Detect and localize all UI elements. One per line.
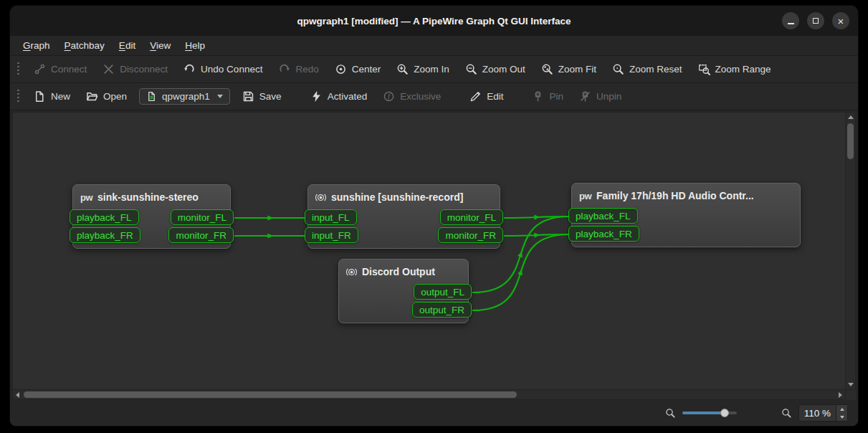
menu-view[interactable]: View <box>143 36 178 55</box>
connections-layer <box>13 113 845 389</box>
zoom-slider[interactable] <box>682 407 737 419</box>
node-header: pwFamily 17h/19h HD Audio Contr... <box>572 184 800 206</box>
node-port-row: playback_FRmonitor_FR <box>73 227 230 243</box>
statusbar: 110 % <box>10 400 858 426</box>
activated-button[interactable]: Activated <box>303 87 375 106</box>
menu-edit[interactable]: Edit <box>112 36 143 55</box>
node-port-row: output_FR <box>339 302 468 318</box>
node-port-row: playback_FR <box>572 226 800 242</box>
edit-button[interactable]: Edit <box>462 87 510 106</box>
disconnect-icon <box>102 63 115 75</box>
port-playback_FR[interactable]: playback_FR <box>70 227 140 243</box>
zoom-in-button[interactable]: Zoom In <box>389 60 457 79</box>
port-monitor_FR[interactable]: monitor_FR <box>168 227 234 243</box>
connection-arrow <box>534 215 540 220</box>
menu-graph[interactable]: Graph <box>16 36 57 55</box>
pin-icon <box>532 90 544 103</box>
center-button[interactable]: Center <box>328 60 388 79</box>
node-family-audio[interactable]: pwFamily 17h/19h HD Audio Contr...playba… <box>571 183 801 247</box>
node-port-row: playback_FLmonitor_FL <box>73 209 230 225</box>
scroll-up-icon[interactable] <box>848 115 854 119</box>
v-scrollbar[interactable] <box>846 112 856 390</box>
zoom-step-up-button[interactable] <box>836 405 847 413</box>
center-icon <box>335 63 347 75</box>
port-playback_FL[interactable]: playback_FL <box>70 209 139 225</box>
node-header: pwsink-sunshine-stereo <box>73 185 230 207</box>
toolbar-drag-handle[interactable] <box>17 62 19 77</box>
node-sunshine[interactable]: sunshine [sunshine-record]input_FLmonito… <box>307 184 500 249</box>
port-monitor_FL[interactable]: monitor_FL <box>171 209 234 225</box>
port-input_FL[interactable]: input_FL <box>305 209 357 225</box>
zoom-range-button[interactable]: Zoom Range <box>691 60 778 79</box>
v-scrollbar-thumb[interactable] <box>847 123 854 159</box>
zoom-spinbox[interactable]: 110 % <box>798 404 848 422</box>
zoom-out-button[interactable]: Zoom Out <box>458 60 533 79</box>
menubar: Graph Patchbay Edit View Help <box>10 36 858 56</box>
window-title: qpwgraph1 [modified] — A PipeWire Graph … <box>297 16 571 27</box>
zoom-spin-icon <box>781 408 791 418</box>
connection-arrow <box>267 233 273 238</box>
record-icon <box>315 192 326 203</box>
node-sink-sunshine-stereo[interactable]: pwsink-sunshine-stereoplayback_FLmonitor… <box>72 184 231 249</box>
node-discord-output[interactable]: Discord Outputoutput_FLoutput_FR <box>338 259 469 323</box>
menu-patchbay[interactable]: Patchbay <box>57 36 112 55</box>
node-header: sunshine [sunshine-record] <box>308 185 500 207</box>
port-playback_FR[interactable]: playback_FR <box>568 226 639 242</box>
menu-help[interactable]: Help <box>178 36 212 55</box>
port-playback_FL[interactable]: playback_FL <box>568 208 638 224</box>
redo-button[interactable]: Redo <box>271 60 325 79</box>
maximize-button[interactable] <box>807 12 824 29</box>
node-header: Discord Output <box>339 260 468 282</box>
pin-button[interactable]: Pin <box>525 87 571 106</box>
pipewire-icon: pw <box>80 192 92 203</box>
node-title: Discord Output <box>362 266 461 277</box>
chevron-down-icon <box>217 95 223 98</box>
port-output_FL[interactable]: output_FL <box>414 284 472 300</box>
new-button[interactable]: New <box>27 87 77 106</box>
toolbar-drag-handle[interactable] <box>17 90 19 104</box>
disconnect-button[interactable]: Disconnect <box>95 60 175 79</box>
h-scrollbar-thumb[interactable] <box>24 391 517 398</box>
close-button[interactable]: × <box>832 12 849 29</box>
save-button[interactable]: Save <box>235 87 289 106</box>
node-port-row: input_FRmonitor_FR <box>308 227 500 243</box>
node-port-row: input_FLmonitor_FL <box>308 209 500 225</box>
connection-arrow <box>518 269 523 275</box>
titlebar[interactable]: qpwgraph1 [modified] — A PipeWire Graph … <box>10 6 858 36</box>
zoom-reset-icon <box>612 63 624 75</box>
zoom-step-down-button[interactable] <box>836 413 847 421</box>
open-button[interactable]: Open <box>79 87 134 106</box>
unpin-button[interactable]: Unpin <box>572 87 629 106</box>
undo-connect-button[interactable]: Undo Connect <box>176 60 270 79</box>
zoom-fit-button[interactable]: Zoom Fit <box>534 60 604 79</box>
record-icon <box>346 267 357 277</box>
h-scrollbar[interactable] <box>12 390 846 400</box>
port-input_FR[interactable]: input_FR <box>305 227 358 243</box>
port-monitor_FR[interactable]: monitor_FR <box>438 227 503 243</box>
save-icon <box>242 90 254 103</box>
exclusive-icon: f <box>383 90 395 103</box>
undo-icon <box>183 63 196 75</box>
connect-button[interactable]: Connect <box>27 60 94 79</box>
scroll-down-icon[interactable] <box>848 383 854 386</box>
zoom-spin-buttons <box>836 405 847 421</box>
minimize-button[interactable] <box>782 12 799 29</box>
zoom-range-icon <box>698 63 710 75</box>
graph-canvas[interactable]: pwsink-sunshine-stereoplayback_FLmonitor… <box>12 112 846 390</box>
zoom-slider-handle[interactable] <box>720 409 729 417</box>
port-output_FR[interactable]: output_FR <box>412 302 472 318</box>
scroll-right-icon[interactable] <box>839 392 842 398</box>
scrollbar-corner <box>846 390 856 400</box>
connection-edge[interactable] <box>504 234 569 236</box>
exclusive-button[interactable]: f Exclusive <box>376 87 448 106</box>
window-controls: × <box>782 12 849 29</box>
patchbay-selector[interactable]: qpwgraph1 <box>139 88 230 105</box>
pipewire-icon: pw <box>579 191 591 201</box>
scroll-left-icon[interactable] <box>16 392 19 398</box>
minimize-icon <box>788 23 794 24</box>
connection-edge[interactable] <box>504 217 569 218</box>
zoom-reset-button[interactable]: Zoom Reset <box>605 60 690 79</box>
node-title: sunshine [sunshine-record] <box>331 191 492 203</box>
toolbar-edit: Connect Disconnect Undo Connect Redo Cen… <box>10 56 858 83</box>
port-monitor_FL[interactable]: monitor_FL <box>440 209 503 225</box>
